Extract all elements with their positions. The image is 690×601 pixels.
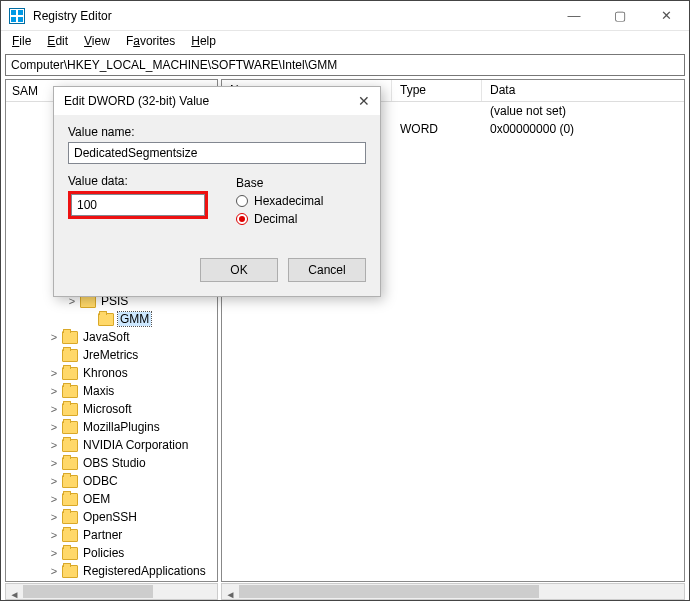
list-horizontal-scrollbar[interactable]: ◄ <box>221 583 685 600</box>
radio-dec-label: Decimal <box>254 212 297 226</box>
folder-icon <box>62 547 78 560</box>
maximize-button[interactable]: ▢ <box>597 1 643 31</box>
tree-item[interactable]: >Partner <box>6 526 217 544</box>
col-type[interactable]: Type <box>392 80 482 101</box>
expand-icon[interactable]: > <box>48 475 60 487</box>
menu-view[interactable]: View <box>77 33 117 49</box>
address-bar[interactable]: Computer\HKEY_LOCAL_MACHINE\SOFTWARE\Int… <box>5 54 685 76</box>
cell-data: 0x00000000 (0) <box>482 122 582 136</box>
base-group: Base Hexadecimal Decimal <box>228 170 366 236</box>
tree-item-label: OpenSSH <box>82 510 138 524</box>
tree-item-label: Microsoft <box>82 402 133 416</box>
value-name-label: Value name: <box>68 125 366 139</box>
dialog-titlebar[interactable]: Edit DWORD (32-bit) Value ✕ <box>54 87 380 115</box>
window-title: Registry Editor <box>33 9 551 23</box>
menu-edit[interactable]: Edit <box>40 33 75 49</box>
value-data-label: Value data: <box>68 174 208 188</box>
radio-hex-label: Hexadecimal <box>254 194 323 208</box>
expand-icon[interactable]: > <box>48 385 60 397</box>
expand-icon[interactable]: > <box>48 403 60 415</box>
folder-icon <box>62 385 78 398</box>
tree-item-label: OEM <box>82 492 111 506</box>
menu-help[interactable]: Help <box>184 33 223 49</box>
menu-file[interactable]: File <box>5 33 38 49</box>
tree-item-label: OBS Studio <box>82 456 147 470</box>
cell-data: (value not set) <box>482 104 574 118</box>
folder-icon <box>62 349 78 362</box>
regedit-icon <box>9 8 25 24</box>
scroll-left-icon[interactable]: ◄ <box>222 587 239 601</box>
cell-type: WORD <box>392 122 482 136</box>
tree-item[interactable]: >OpenSSH <box>6 508 217 526</box>
col-data[interactable]: Data <box>482 80 684 101</box>
tree-item[interactable]: >MozillaPlugins <box>6 418 217 436</box>
tree-item[interactable]: >Windows <box>6 580 217 581</box>
expand-icon[interactable]: > <box>48 547 60 559</box>
tree-item-label: Khronos <box>82 366 129 380</box>
expand-icon[interactable]: > <box>48 421 60 433</box>
tree-item[interactable]: >OBS Studio <box>6 454 217 472</box>
folder-icon <box>62 331 78 344</box>
base-group-label: Base <box>236 176 358 190</box>
tree-item-label: Policies <box>82 546 125 560</box>
tree-item-label: RegisteredApplications <box>82 564 207 578</box>
minimize-button[interactable]: — <box>551 1 597 31</box>
expand-icon[interactable]: > <box>48 565 60 577</box>
tree-item[interactable]: JreMetrics <box>6 346 217 364</box>
tree-item[interactable]: >OEM <box>6 490 217 508</box>
tree-item[interactable]: >Maxis <box>6 382 217 400</box>
folder-icon <box>62 439 78 452</box>
folder-icon <box>62 529 78 542</box>
menu-favorites[interactable]: Favorites <box>119 33 182 49</box>
title-bar: Registry Editor — ▢ ✕ <box>1 1 689 31</box>
tree-item[interactable]: >NVIDIA Corporation <box>6 436 217 454</box>
tree-horizontal-scrollbar[interactable]: ◄ <box>5 583 218 600</box>
tree-item-label: Maxis <box>82 384 115 398</box>
expand-icon[interactable]: > <box>48 331 60 343</box>
dialog-title: Edit DWORD (32-bit) Value <box>64 94 209 108</box>
tree-item-label: JreMetrics <box>82 348 139 362</box>
folder-icon <box>62 421 78 434</box>
radio-hexadecimal[interactable]: Hexadecimal <box>236 194 358 208</box>
folder-icon <box>62 565 78 578</box>
value-data-highlight <box>68 191 208 219</box>
folder-icon <box>62 511 78 524</box>
value-data-input[interactable] <box>71 194 205 216</box>
tree-item-label: NVIDIA Corporation <box>82 438 189 452</box>
folder-icon <box>62 403 78 416</box>
tree-item-label: MozillaPlugins <box>82 420 161 434</box>
expand-icon[interactable]: > <box>48 457 60 469</box>
expand-icon[interactable]: > <box>48 367 60 379</box>
folder-icon <box>62 493 78 506</box>
expand-icon[interactable] <box>48 349 60 361</box>
tree-item[interactable]: >Khronos <box>6 364 217 382</box>
radio-decimal[interactable]: Decimal <box>236 212 358 226</box>
radio-icon <box>236 213 248 225</box>
expand-icon[interactable]: > <box>48 511 60 523</box>
expand-icon[interactable]: > <box>48 529 60 541</box>
expand-icon[interactable]: > <box>48 439 60 451</box>
tree-item-label: JavaSoft <box>82 330 131 344</box>
ok-button[interactable]: OK <box>200 258 278 282</box>
cancel-button[interactable]: Cancel <box>288 258 366 282</box>
tree-item[interactable]: >RegisteredApplications <box>6 562 217 580</box>
tree-item[interactable]: >Microsoft <box>6 400 217 418</box>
tree-item-label: GMM <box>118 312 151 326</box>
tree-item[interactable]: GMM <box>6 310 217 328</box>
tree-header-label: SAM <box>12 84 38 98</box>
tree-item[interactable]: >ODBC <box>6 472 217 490</box>
expand-icon[interactable]: > <box>48 493 60 505</box>
edit-dword-dialog: Edit DWORD (32-bit) Value ✕ Value name: … <box>53 86 381 297</box>
tree-item[interactable]: >JavaSoft <box>6 328 217 346</box>
value-name-input[interactable] <box>68 142 366 164</box>
scroll-left-icon[interactable]: ◄ <box>6 587 23 601</box>
expand-icon[interactable] <box>84 313 96 325</box>
radio-icon <box>236 195 248 207</box>
tree-item-label: Partner <box>82 528 123 542</box>
folder-icon <box>98 313 114 326</box>
tree-item-label: ODBC <box>82 474 119 488</box>
folder-icon <box>62 457 78 470</box>
close-button[interactable]: ✕ <box>643 1 689 31</box>
tree-item[interactable]: >Policies <box>6 544 217 562</box>
dialog-close-button[interactable]: ✕ <box>358 93 370 109</box>
